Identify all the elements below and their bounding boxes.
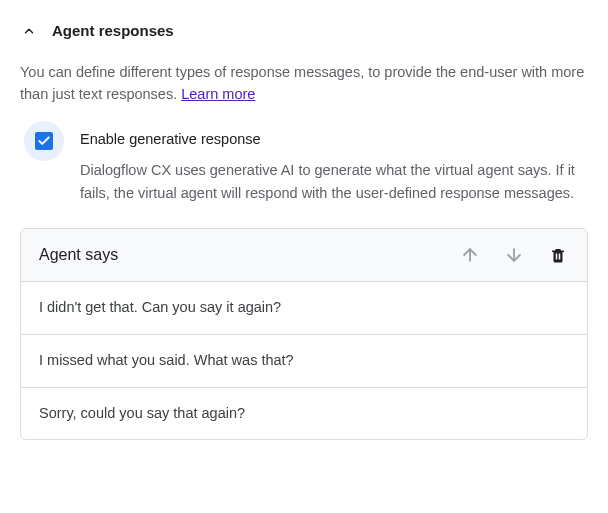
enable-generative-row: Enable generative response Dialogflow CX… — [20, 127, 588, 204]
section-title: Agent responses — [52, 20, 174, 43]
agent-says-row[interactable]: I didn't get that. Can you say it again? — [21, 282, 587, 335]
section-description-text: You can define different types of respon… — [20, 64, 584, 102]
section-description: You can define different types of respon… — [20, 61, 588, 106]
agent-says-header: Agent says — [21, 229, 587, 282]
checkbox-description: Dialogflow CX uses generative AI to gene… — [80, 159, 588, 204]
collapse-icon[interactable] — [20, 22, 38, 40]
checkbox-checked-icon — [35, 132, 53, 150]
enable-generative-checkbox[interactable] — [24, 121, 64, 161]
agent-says-row[interactable]: Sorry, could you say that again? — [21, 388, 587, 440]
checkbox-label: Enable generative response — [80, 129, 588, 151]
section-header: Agent responses — [20, 20, 588, 43]
move-down-button[interactable] — [503, 244, 525, 266]
agent-says-title: Agent says — [39, 243, 118, 267]
agent-says-card: Agent says I didn't get that. — [20, 228, 588, 440]
delete-button[interactable] — [547, 244, 569, 266]
agent-says-actions — [459, 244, 569, 266]
agent-says-rows: I didn't get that. Can you say it again?… — [21, 282, 587, 439]
checkbox-text-block: Enable generative response Dialogflow CX… — [80, 127, 588, 204]
learn-more-link[interactable]: Learn more — [181, 86, 255, 102]
agent-says-row[interactable]: I missed what you said. What was that? — [21, 335, 587, 388]
move-up-button[interactable] — [459, 244, 481, 266]
